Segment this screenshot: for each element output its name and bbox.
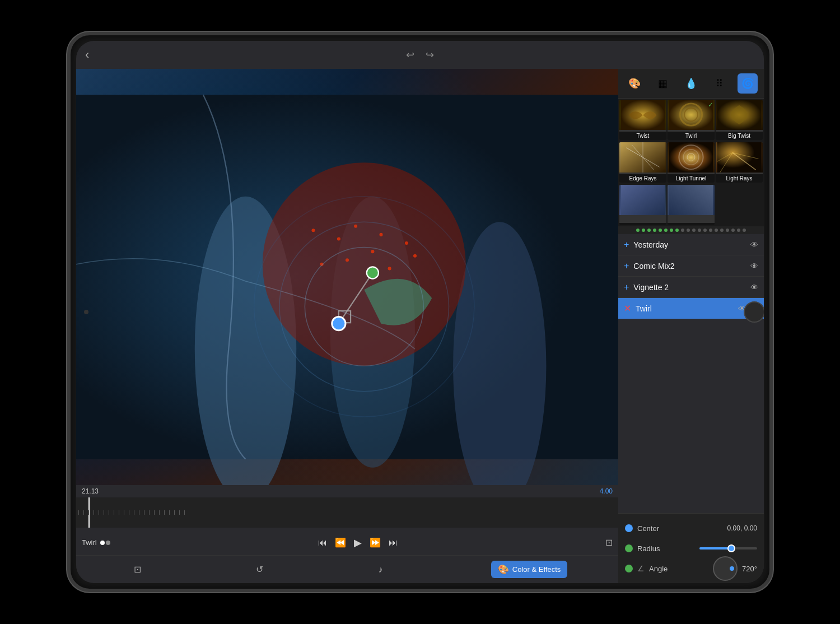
yesterday-visibility-button[interactable]: 👁 xyxy=(750,240,758,249)
step-back-button[interactable]: ⏮ xyxy=(318,538,327,548)
nav-dot-18 xyxy=(731,229,735,232)
layer-item-yesterday[interactable]: + Yesterday 👁 xyxy=(618,234,764,255)
layer-item-vignette2[interactable]: + Vignette 2 👁 xyxy=(618,277,764,298)
effect-thumb-lightrays[interactable]: Light Rays xyxy=(716,142,763,183)
add-yesterday-button[interactable]: + xyxy=(624,240,629,250)
svg-point-20 xyxy=(367,267,379,278)
frame-forward-button[interactable]: ⏩ xyxy=(370,537,381,548)
video-preview[interactable] xyxy=(76,69,618,485)
nav-dot-2 xyxy=(642,229,645,232)
front-camera xyxy=(84,310,88,314)
tab-grid[interactable]: ▦ xyxy=(653,73,673,94)
undo-button[interactable]: ↩ xyxy=(406,49,414,61)
layer-item-comicmix2[interactable]: + Comic Mix2 👁 xyxy=(618,255,764,277)
tick xyxy=(169,510,170,515)
tab-dots[interactable]: ⠿ xyxy=(709,73,729,94)
back-button[interactable]: ‹ xyxy=(85,48,89,62)
svg-point-15 xyxy=(305,248,423,366)
tick xyxy=(134,510,134,515)
tick xyxy=(124,510,124,515)
dots-tab-icon: ⠿ xyxy=(716,77,723,90)
effect-thumb-lighttunnel[interactable]: Light Tunnel xyxy=(668,142,715,183)
more1-thumbnail-image xyxy=(619,185,666,215)
lighttunnel-label: Light Tunnel xyxy=(668,174,715,183)
add-vignette2-button[interactable]: + xyxy=(624,282,629,292)
vignette2-visibility-button[interactable]: 👁 xyxy=(750,283,758,292)
center-param-row: Center 0.00, 0.00 xyxy=(625,518,757,538)
effect-thumb-bigtwist[interactable]: Big Twist xyxy=(716,100,763,140)
layer-item-twirl[interactable]: ✕ Twirl 👁 🗑 xyxy=(618,298,764,319)
step-forward-button[interactable]: ⏭ xyxy=(389,538,398,548)
twist-label: Twist xyxy=(619,132,666,140)
tab-color[interactable]: 🎨 xyxy=(624,73,645,94)
comicmix2-layer-name: Comic Mix2 xyxy=(633,262,750,271)
frame-back-button[interactable]: ⏪ xyxy=(335,537,346,548)
effect-thumb-twirl[interactable]: ✓ Twirl xyxy=(668,100,715,140)
layer-dot xyxy=(106,541,110,545)
svg-point-4 xyxy=(263,162,466,366)
nav-dot-5 xyxy=(659,229,662,232)
effect-tabs: 🎨 ▦ 💧 ⠿ 🌀 xyxy=(618,69,764,99)
tick xyxy=(129,510,129,515)
center-param-label: Center xyxy=(637,524,723,533)
timeline-area: 21.13 4.00 xyxy=(76,485,618,530)
play-button[interactable]: ▶ xyxy=(354,537,362,549)
more2-label xyxy=(668,223,715,225)
comicmix2-visibility-button[interactable]: 👁 xyxy=(750,262,758,271)
more1-label xyxy=(619,223,666,225)
svg-point-2 xyxy=(330,197,415,468)
nav-dot-9 xyxy=(681,229,684,232)
angle-dial[interactable] xyxy=(713,556,738,581)
svg-rect-40 xyxy=(621,185,665,215)
tick xyxy=(119,510,119,515)
layer-dots xyxy=(100,541,110,545)
params-area: Center 0.00, 0.00 Radius xyxy=(618,513,764,583)
color-effects-label: Color & Effects xyxy=(512,565,561,574)
pagination-dots xyxy=(618,226,764,234)
svg-line-18 xyxy=(339,273,373,324)
nav-dot-17 xyxy=(726,229,729,232)
camera-capture-button[interactable]: ⊡ xyxy=(605,537,613,548)
home-button[interactable] xyxy=(744,301,764,323)
effect-thumb-twist[interactable]: Twist xyxy=(619,100,666,140)
lighttunnel-thumbnail-image xyxy=(668,142,715,173)
content-area: 21.13 4.00 xyxy=(76,69,764,583)
audio-icon: ♪ xyxy=(378,565,382,575)
angle-param-row: ∠ Angle 720° xyxy=(625,558,757,579)
radius-dot[interactable] xyxy=(625,544,633,552)
nav-dot-8 xyxy=(675,229,679,232)
audio-tool-button[interactable]: ♪ xyxy=(371,561,389,578)
grid-tab-icon: ▦ xyxy=(658,77,668,90)
tick xyxy=(149,510,150,515)
timeline-track[interactable] xyxy=(76,497,618,528)
svg-point-11 xyxy=(346,258,349,262)
tab-spiral[interactable]: 🌀 xyxy=(738,73,758,94)
vignette2-layer-name: Vignette 2 xyxy=(633,283,750,292)
more2-thumbnail-image xyxy=(668,185,715,215)
right-panel: 🎨 ▦ 💧 ⠿ 🌀 xyxy=(618,69,764,583)
twist-thumbnail-image xyxy=(619,100,666,130)
color-effects-button[interactable]: 🎨 Color & Effects xyxy=(491,561,567,578)
add-comicmix2-button[interactable]: + xyxy=(624,261,629,271)
tab-drop[interactable]: 💧 xyxy=(681,73,701,94)
effect-thumb-more1[interactable] xyxy=(619,185,666,225)
angle-dot[interactable] xyxy=(625,565,633,572)
layer-label: Twirl xyxy=(82,538,110,547)
effect-thumb-edgerays[interactable]: Edge Rays xyxy=(619,142,666,183)
tick xyxy=(139,510,139,515)
transform-icon: ↺ xyxy=(256,564,263,575)
transform-tool-button[interactable]: ↺ xyxy=(249,561,270,578)
tick xyxy=(114,510,114,515)
radius-slider[interactable] xyxy=(699,543,757,554)
svg-point-12 xyxy=(388,267,391,270)
redo-button[interactable]: ↪ xyxy=(426,49,434,61)
svg-point-8 xyxy=(379,233,382,236)
svg-point-10 xyxy=(371,250,374,253)
remove-twirl-button[interactable]: ✕ xyxy=(624,303,631,314)
lightrays-label: Light Rays xyxy=(716,174,763,183)
effect-thumb-more2[interactable] xyxy=(668,185,715,225)
app-container: ‹ ↩ ↪ xyxy=(76,41,764,583)
crop-tool-button[interactable]: ⊡ xyxy=(127,561,148,578)
nav-dot-13 xyxy=(703,229,707,232)
center-dot[interactable] xyxy=(625,524,633,532)
